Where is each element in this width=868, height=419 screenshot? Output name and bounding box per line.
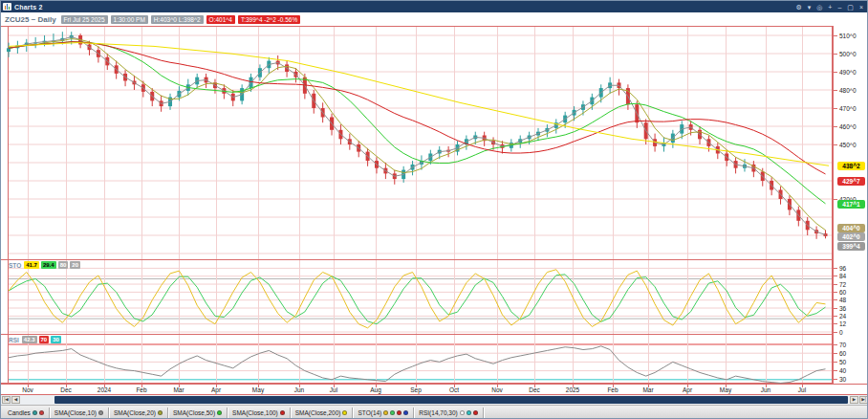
legend-item-sma-close-20-[interactable]: SMA(Close,20)	[109, 408, 168, 419]
horizontal-scrollbar[interactable]: |◀ ◀ ▶ ▶|	[1, 395, 868, 405]
legend-item-label: SMA(Close,10)	[54, 409, 97, 416]
time-axis-label: Apr	[683, 386, 692, 393]
rsi-tick-label: 30	[834, 375, 846, 384]
price-axis-badge: 404^0	[837, 224, 865, 232]
rsi-pane-legend: RSI 42.37030	[9, 336, 61, 343]
rsi-tick-label: 40	[834, 366, 846, 375]
price-axis-badge: 402^0	[837, 232, 865, 241]
candle	[7, 48, 11, 52]
date-chip: Fri Jul 25 2025	[61, 15, 108, 24]
overlay-sma-close-20-	[9, 39, 825, 231]
open-chip: O:401^4	[206, 15, 235, 24]
stochastic-pane[interactable]	[1, 259, 833, 334]
indicator-legend-bar: CandlesSMA(Close,10)SMA(Close,20)SMA(Clo…	[1, 405, 868, 419]
time-axis-label: May	[720, 386, 731, 393]
indicator-value-badge: 70	[39, 336, 50, 343]
time-axis-label: Nov	[22, 386, 33, 393]
time-axis-label: Sep	[410, 386, 422, 393]
price-axis-badge: 417^1	[837, 200, 865, 209]
scroll-left-button[interactable]: ◀	[11, 396, 20, 404]
legend-color-dot	[39, 410, 44, 415]
legend-item-sto-14-[interactable]: STO(14)	[353, 408, 414, 419]
scroll-end-button[interactable]: ▶|	[859, 396, 868, 404]
minimize-icon[interactable]: –	[837, 4, 841, 11]
legend-item-label: SMA(Close,50)	[173, 409, 215, 416]
price-axis-badge: 438^2	[837, 162, 865, 170]
price-tick-label: 450^0	[834, 141, 857, 149]
rsi-pane[interactable]	[1, 334, 833, 384]
time-axis-label: Jun	[761, 386, 770, 393]
legend-color-dot	[342, 410, 347, 415]
time-axis-label: Jul	[798, 386, 806, 393]
symbol-selector[interactable]: ZCU25 ~ Daily	[5, 15, 56, 24]
legend-item-label: SMA(Close,100)	[232, 409, 278, 416]
time-axis-label: May	[252, 386, 264, 393]
overlay-sma-close-10-	[9, 36, 825, 234]
price-axis[interactable]: 510^0500^0490^0480^0470^0460^0450^0420^0…	[833, 26, 868, 384]
view-icon[interactable]: ◎	[816, 4, 822, 11]
price-pane[interactable]	[1, 26, 833, 259]
legend-item-sma-close-200-[interactable]: SMA(Close,200)	[291, 408, 354, 419]
rsi-tick-label: 50	[834, 358, 846, 366]
overlay-sma-close-200-	[9, 43, 829, 166]
legend-item-label: STO(14)	[358, 409, 381, 416]
rsi-label: RSI	[9, 337, 19, 343]
time-axis-label: Oct	[449, 386, 459, 393]
legend-color-dot	[280, 410, 285, 415]
indicator-value-badge: 20	[70, 261, 80, 269]
time-axis-label: Nov	[491, 386, 503, 393]
rsi-tick-label: 70	[834, 341, 846, 349]
indicator-value-badge: 41.7	[24, 261, 39, 269]
time-axis-label: 2024	[98, 386, 111, 393]
time-axis-label: Feb	[607, 386, 618, 393]
settings-gear-icon[interactable]: ⚙	[795, 4, 801, 11]
time-axis-label: Dec	[529, 386, 540, 393]
time-axis[interactable]: NovDec2024FebMarAprMayJunJulAugSepOctNov…	[1, 384, 868, 395]
legend-item-sma-close-100-[interactable]: SMA(Close,100)	[228, 408, 291, 419]
restore-icon[interactable]: ▢	[847, 4, 854, 11]
price-tick-label: 470^0	[834, 104, 857, 113]
time-axis-label: 2025	[566, 386, 579, 393]
scroll-right-button[interactable]: ▶	[850, 396, 858, 404]
high-low-chip: H:403^0 L:398^2	[151, 15, 204, 24]
price-axis-badge: 429^7	[837, 177, 865, 186]
time-axis-label: Dec	[60, 386, 72, 393]
price-axis-badge: 399^4	[837, 242, 865, 251]
indicator-value-badge: 42.3	[22, 336, 37, 343]
sto-d-line	[9, 275, 825, 324]
legend-item-candles[interactable]: Candles	[3, 408, 50, 419]
titlebar[interactable]: Charts 2 ⚙ ▾ ◎ + – ▢ ×	[1, 1, 867, 12]
app-icon	[3, 3, 11, 11]
legend-color-dot	[460, 410, 465, 415]
time-axis-label: Apr	[211, 386, 221, 393]
last-change-chip: T:399^4 -2^2 -0.56%	[238, 15, 300, 24]
legend-item-label: SMA(Close,200)	[295, 409, 341, 416]
time-chip: 1:30:00 PM	[111, 15, 148, 24]
legend-item-label: Candles	[8, 409, 31, 416]
rsi-line	[9, 346, 825, 384]
close-icon[interactable]: ×	[859, 4, 863, 11]
legend-color-dot	[217, 410, 222, 415]
chevron-down-icon[interactable]: ▾	[808, 4, 812, 11]
pin-icon[interactable]: +	[828, 4, 832, 11]
time-axis-label: Feb	[136, 386, 146, 393]
legend-item-label: RSI(14,70,30)	[419, 409, 457, 416]
scroll-start-button[interactable]: |◀	[2, 396, 11, 404]
legend-item-rsi-14-70-30-[interactable]: RSI(14,70,30)	[414, 408, 483, 419]
legend-color-dot	[33, 410, 37, 415]
time-axis-label: Mar	[173, 386, 184, 393]
scrollbar-thumb[interactable]	[54, 396, 848, 404]
legend-color-dot	[98, 410, 103, 415]
time-axis-label: Aug	[370, 386, 381, 393]
legend-color-dot	[467, 410, 471, 415]
indicator-value-badge: 80	[58, 261, 69, 269]
price-tick-label: 480^0	[834, 86, 857, 95]
price-tick-label: 490^0	[834, 68, 857, 77]
price-tick-label: 510^0	[834, 32, 857, 40]
price-tick-label: 500^0	[834, 50, 857, 58]
indicator-value-badge: 29.4	[41, 261, 56, 269]
price-tick-label: 460^0	[834, 122, 857, 131]
legend-item-sma-close-10-[interactable]: SMA(Close,10)	[50, 408, 109, 419]
legend-item-sma-close-50-[interactable]: SMA(Close,50)	[168, 408, 228, 419]
quote-infobar: ZCU25 ~ Daily Fri Jul 25 2025 1:30:00 PM…	[1, 12, 867, 26]
